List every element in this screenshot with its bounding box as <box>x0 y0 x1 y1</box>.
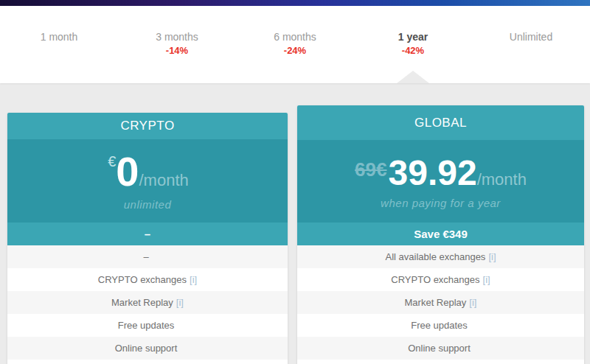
feature-row <box>7 360 288 364</box>
info-icon[interactable]: [i] <box>488 251 496 262</box>
plan-price-value: 0 <box>116 148 139 195</box>
plan-band: – <box>7 223 288 245</box>
info-icon[interactable]: [i] <box>469 297 476 308</box>
feature-row: Online support <box>7 337 288 360</box>
pricing-cards: CRYPTO €0/month unlimited – – CRYPTO exc… <box>0 83 590 364</box>
plan-title: GLOBAL <box>297 105 584 140</box>
info-icon[interactable]: [i] <box>483 274 490 285</box>
feature-label: Free updates <box>118 320 175 331</box>
tab-discount: -42% <box>354 43 472 58</box>
tab-label: 3 months <box>118 30 236 43</box>
plan-card-crypto: CRYPTO €0/month unlimited – – CRYPTO exc… <box>7 113 288 364</box>
tab-unlimited[interactable]: Unlimited <box>472 6 590 83</box>
tab-6-months[interactable]: 6 months -24% <box>236 6 354 83</box>
feature-row: Market Replay[i] <box>297 291 584 314</box>
plan-card-global: GLOBAL 69€39.92/month when paying for a … <box>297 105 584 364</box>
plan-price-block: €0/month unlimited <box>7 139 288 223</box>
plan-old-price: 69€ <box>355 158 386 181</box>
duration-tabs: 1 month 3 months -14% 6 months -24% 1 ye… <box>0 6 590 83</box>
plan-price: €0/month <box>106 151 189 192</box>
feature-row: All available exchanges[i] <box>297 245 584 268</box>
feature-label: CRYPTO exchanges <box>98 274 187 285</box>
feature-label: Online support <box>115 343 178 354</box>
feature-label: Market Replay <box>405 297 467 308</box>
tab-label: 6 months <box>236 30 354 43</box>
feature-label: Market Replay <box>111 297 173 308</box>
feature-row <box>297 360 584 364</box>
feature-label: Online support <box>408 343 471 354</box>
feature-label: – <box>143 251 148 262</box>
info-icon[interactable]: [i] <box>176 297 184 308</box>
plan-title: CRYPTO <box>7 113 288 139</box>
tab-label: Unlimited <box>472 30 590 43</box>
feature-label: CRYPTO exchanges <box>391 274 479 285</box>
tab-discount: -14% <box>118 43 236 58</box>
feature-label: Free updates <box>411 320 468 331</box>
tab-discount: -24% <box>236 43 354 58</box>
top-gradient-bar <box>0 0 590 6</box>
plan-currency: € <box>108 153 116 169</box>
feature-label: All available exchanges <box>386 251 486 262</box>
plan-price: 69€39.92/month <box>355 153 527 191</box>
plan-subtitle: unlimited <box>124 198 172 211</box>
info-icon[interactable]: [i] <box>190 274 197 285</box>
selected-tab-pointer-icon <box>397 71 429 83</box>
tab-1-month[interactable]: 1 month <box>0 6 118 83</box>
plan-price-suffix: /month <box>139 171 189 189</box>
plan-price-suffix: /month <box>477 170 527 189</box>
feature-row: Free updates <box>297 314 584 337</box>
feature-row: Free updates <box>7 314 288 337</box>
plan-subtitle: when paying for a year <box>381 197 501 209</box>
plan-features: All available exchanges[i] CRYPTO exchan… <box>297 245 584 364</box>
tab-label: 1 month <box>0 30 118 43</box>
tab-label: 1 year <box>354 30 472 43</box>
plan-price-block: 69€39.92/month when paying for a year <box>297 140 584 223</box>
plan-band: Save €349 <box>297 223 584 245</box>
plan-features: – CRYPTO exchanges[i] Market Replay[i] F… <box>7 245 288 364</box>
plan-price-value: 39.92 <box>389 153 477 192</box>
feature-row: CRYPTO exchanges[i] <box>297 268 584 291</box>
tab-3-months[interactable]: 3 months -14% <box>118 6 236 83</box>
feature-row: Online support <box>297 337 584 360</box>
feature-row: – <box>7 245 288 268</box>
feature-row: CRYPTO exchanges[i] <box>7 268 288 291</box>
feature-row: Market Replay[i] <box>7 291 288 314</box>
